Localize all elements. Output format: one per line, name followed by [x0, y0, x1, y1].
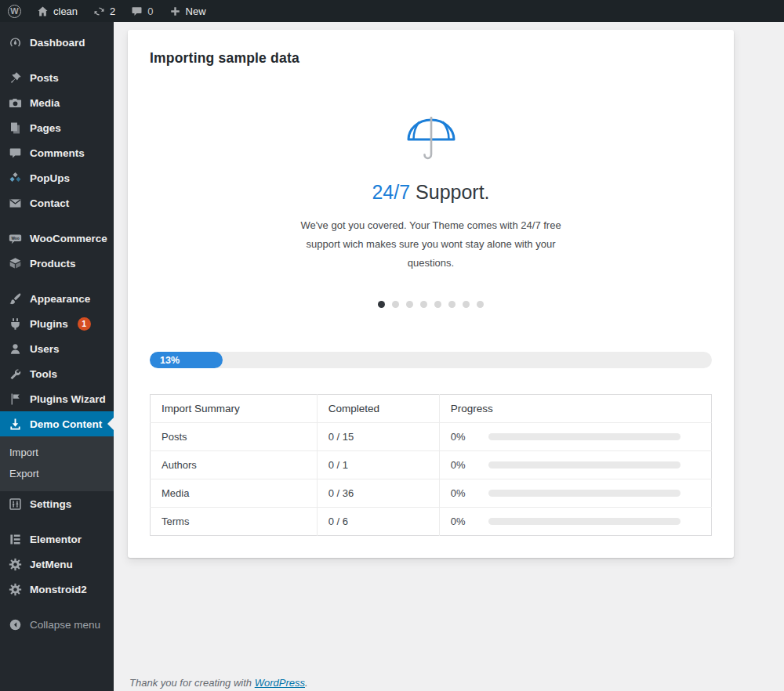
overall-progress-label: 13%	[160, 355, 180, 366]
updates-icon	[93, 5, 105, 17]
carousel-dot[interactable]	[463, 301, 470, 308]
sidebar-item-label: Appearance	[30, 293, 90, 305]
import-wizard-card: Importing sample data 24/7 Support. We'v…	[128, 30, 734, 558]
import-summary-table: Import Summary Completed Progress Posts0…	[150, 394, 712, 536]
cell-item-name: Posts	[151, 423, 318, 451]
admin-bar: W clean 2 0 New	[0, 0, 784, 22]
sidebar-item-products[interactable]: Products	[0, 251, 114, 276]
sidebar-item-monstroid2[interactable]: Monstroid2	[0, 577, 114, 602]
sidebar-item-label: PopUps	[30, 172, 70, 184]
sidebar-item-tools[interactable]: Tools	[0, 361, 114, 386]
cell-progress: 0%	[439, 451, 711, 479]
sidebar-item-popups[interactable]: PopUps	[0, 165, 114, 190]
popups-diamonds-icon	[8, 171, 22, 185]
carousel-dot[interactable]	[378, 301, 385, 308]
woocommerce-icon: Woo	[8, 231, 22, 245]
wrench-icon	[8, 367, 22, 381]
pin-icon	[8, 71, 22, 85]
slide-heading-accent: 24/7	[372, 181, 410, 203]
collapse-arrow-icon	[8, 617, 22, 631]
row-progress-label: 0%	[451, 459, 471, 471]
slide-description: We've got you covered. Your Theme comes …	[294, 216, 568, 273]
table-row: Media0 / 360%	[151, 479, 712, 508]
updates-menu[interactable]: 2	[85, 0, 123, 22]
cell-completed: 0 / 15	[317, 423, 439, 451]
sidebar-item-pages[interactable]: Pages	[0, 115, 114, 140]
row-progress-bar	[488, 433, 681, 440]
wordpress-logo-menu[interactable]: W	[0, 0, 29, 22]
sidebar-item-media[interactable]: Media	[0, 90, 114, 115]
cell-item-name: Terms	[151, 508, 318, 536]
sidebar-item-jetmenu[interactable]: JetMenu	[0, 552, 114, 577]
comments-menu[interactable]: 0	[123, 0, 161, 22]
carousel-dot[interactable]	[448, 301, 456, 308]
updates-count: 2	[110, 5, 115, 17]
sidebar-subitem-export[interactable]: Export	[0, 463, 114, 484]
site-name: clean	[53, 5, 78, 17]
sidebar-item-settings[interactable]: Settings	[0, 491, 114, 516]
row-progress-label: 0%	[451, 487, 471, 499]
sidebar-item-label: Contact	[30, 197, 69, 209]
row-progress-bar	[488, 518, 681, 525]
sidebar-item-users[interactable]: Users	[0, 336, 114, 361]
sidebar-item-demo-content[interactable]: Demo Content	[0, 411, 114, 436]
carousel-dots	[150, 301, 712, 308]
sidebar-item-posts[interactable]: Posts	[0, 65, 114, 90]
elementor-icon	[8, 532, 22, 546]
user-icon	[8, 342, 22, 356]
sidebar-item-comments[interactable]: Comments	[0, 140, 114, 165]
sidebar-item-dashboard[interactable]: Dashboard	[0, 30, 114, 55]
comment-icon	[131, 5, 143, 17]
new-content-menu[interactable]: New	[162, 0, 214, 22]
carousel-dot[interactable]	[392, 301, 399, 308]
footer-credit: Thank you for creating with WordPress.	[129, 677, 784, 689]
sidebar-item-woocommerce[interactable]: WooWooCommerce	[0, 226, 114, 251]
cell-progress: 0%	[439, 423, 711, 451]
sidebar-item-label: Tools	[30, 368, 57, 380]
carousel-dot[interactable]	[434, 301, 441, 308]
footer-suffix: .	[305, 677, 308, 689]
new-label: New	[186, 5, 206, 17]
cell-progress: 0%	[439, 479, 711, 508]
box-icon	[8, 256, 22, 270]
cell-completed: 0 / 1	[317, 451, 439, 479]
slide-heading: 24/7 Support.	[150, 181, 712, 204]
carousel-dot[interactable]	[406, 301, 413, 308]
sidebar-item-label: Plugins Wizard	[30, 393, 106, 405]
sidebar-item-label: Elementor	[30, 534, 82, 545]
comments-count: 0	[147, 5, 153, 17]
umbrella-icon	[403, 110, 459, 168]
sidebar-item-elementor[interactable]: Elementor	[0, 526, 114, 552]
dashboard-icon	[8, 35, 22, 49]
update-count-badge: 1	[78, 317, 91, 331]
sidebar-item-label: Pages	[30, 122, 61, 134]
wordpress-link[interactable]: WordPress	[255, 677, 305, 689]
sidebar-item-label: Comments	[30, 147, 85, 159]
sidebar-item-plugins[interactable]: Plugins1	[0, 311, 114, 336]
slide-heading-rest: Support.	[410, 181, 489, 203]
overall-progress-bar: 13%	[150, 352, 712, 368]
carousel-dot[interactable]	[477, 301, 484, 308]
cell-completed: 0 / 6	[317, 508, 439, 536]
cell-completed: 0 / 36	[317, 479, 439, 508]
flag-icon	[8, 392, 22, 406]
sliders-icon	[8, 497, 22, 511]
sidebar-item-label: Users	[30, 343, 60, 355]
sidebar-item-collapse-menu[interactable]: Collapse menu	[0, 612, 114, 637]
cell-progress: 0%	[439, 508, 711, 536]
overall-progress-fill: 13%	[150, 352, 223, 368]
sidebar-item-contact[interactable]: Contact	[0, 190, 114, 215]
sidebar-subitem-import[interactable]: Import	[0, 442, 114, 463]
sidebar-item-label: Demo Content	[30, 418, 102, 430]
site-name-menu[interactable]: clean	[29, 0, 85, 22]
gear-icon	[8, 582, 22, 596]
sidebar-item-plugins-wizard[interactable]: Plugins Wizard	[0, 386, 114, 411]
carousel-dot[interactable]	[420, 301, 427, 308]
table-row: Terms0 / 60%	[151, 508, 712, 536]
sidebar-item-appearance[interactable]: Appearance	[0, 286, 114, 311]
page-title: Importing sample data	[150, 50, 712, 67]
table-header-row: Import Summary Completed Progress	[151, 395, 712, 423]
row-progress-bar	[488, 490, 681, 497]
sidebar-item-label: Posts	[30, 72, 59, 84]
footer-text: Thank you for creating with	[129, 677, 255, 689]
